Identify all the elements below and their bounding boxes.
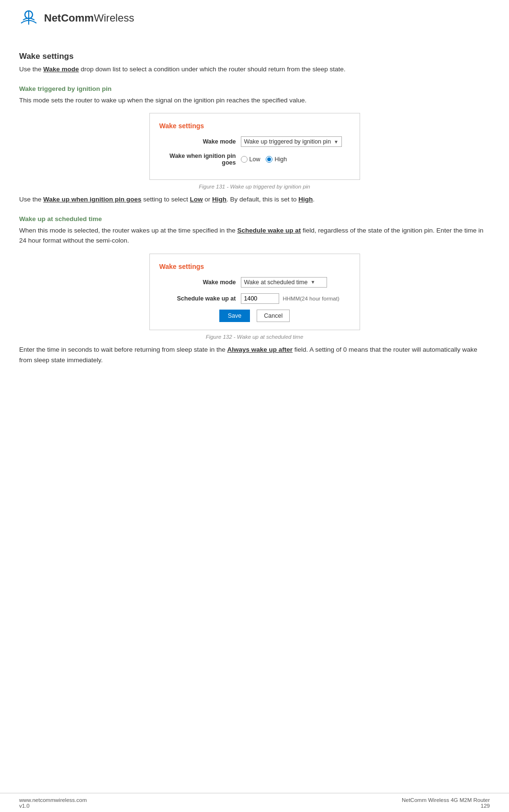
page-title: Wake settings [19,52,490,61]
para3: Enter the time in seconds to wait before… [19,345,490,365]
subsection1-desc: This mode sets the router to wake up whe… [19,95,490,106]
figure1-caption: Figure 131 - Wake up triggered by igniti… [199,184,310,189]
figure1-box: Wake settings Wake mode Wake up triggere… [149,113,360,180]
figure2-schedule-row: Schedule wake up at HHMM(24 hour format) [159,293,350,304]
figure1-wake-mode-label: Wake mode [159,138,236,145]
para3-bold: Always wake up after [227,346,293,353]
para2-suffix: . By default, this is set to [226,196,298,203]
netcomm-logo-icon [19,9,38,28]
wake-mode-term: Wake mode [43,66,79,73]
figure2-caption: Figure 132 - Wake up at scheduled time [206,334,304,340]
figure2-cancel-button[interactable]: Cancel [257,310,290,322]
subsection2-desc: When this mode is selected, the router w… [19,225,490,246]
radio-high[interactable]: High [266,156,287,163]
figure1-radio-group: Low High [241,156,287,163]
footer-left: www.netcommwireless.com v1.0 [19,797,87,809]
para2: Use the Wake up when ignition pin goes s… [19,194,490,205]
figure2-save-button[interactable]: Save [219,310,250,322]
radio-high-circle[interactable] [266,156,272,163]
subsection1-title: Wake triggered by ignition pin [19,85,490,92]
radio-high-label: High [274,156,287,163]
dropdown-arrow-icon: ▼ [334,139,339,145]
para2-default: High [298,196,313,203]
radio-low-label: Low [249,156,260,163]
dropdown-arrow-icon2: ▼ [310,279,315,285]
main-content: Wake settings Use the Wake mode drop dow… [0,33,509,408]
figure2-schedule-hint: HHMM(24 hour format) [283,296,339,301]
subsection2-title: Wake up at scheduled time [19,215,490,222]
logo-brand: NetComm [44,12,94,24]
para2-prefix: Use the [19,196,43,203]
page-footer: www.netcommwireless.com v1.0 NetComm Wir… [0,793,509,812]
figure1-wake-mode-value: Wake up triggered by ignition pin [244,138,331,145]
figure1-title: Wake settings [159,122,350,130]
figure2-container: Wake settings Wake mode Wake at schedule… [19,254,490,340]
footer-right: NetComm Wireless 4G M2M Router 129 [402,797,490,809]
para2-or: or [203,196,213,203]
figure2-box: Wake settings Wake mode Wake at schedule… [149,254,360,330]
para3-prefix: Enter the time in seconds to wait before… [19,346,227,353]
radio-low-circle[interactable] [241,156,248,163]
figure2-title: Wake settings [159,263,350,270]
figure1-pin-row: Wake when ignition pin goes Low High [159,153,350,166]
figure2-wake-mode-row: Wake mode Wake at scheduled time ▼ [159,277,350,288]
para2-end: . [313,196,315,203]
page-header: NetCommWireless [0,0,509,33]
figure2-schedule-input[interactable] [241,293,279,304]
logo-suffix: Wireless [94,12,134,24]
figure1-wake-mode-row: Wake mode Wake up triggered by ignition … [159,136,350,147]
subsection2-desc-prefix: When this mode is selected, the router w… [19,227,238,234]
logo-text: NetCommWireless [44,12,134,24]
figure1-wake-mode-select[interactable]: Wake up triggered by ignition pin ▼ [241,136,342,147]
figure2-schedule-label: Schedule wake up at [159,295,236,302]
figure2-wake-mode-label: Wake mode [159,279,236,286]
subsection2-bold: Schedule wake up at [238,227,301,234]
para2-bold: Wake up when ignition pin goes [43,196,141,203]
figure1-pin-label: Wake when ignition pin goes [159,153,236,166]
main-description: Use the Wake mode drop down list to sele… [19,64,490,75]
para2-high: High [212,196,226,203]
figure2-wake-mode-value: Wake at scheduled time [244,279,308,286]
figure1-container: Wake settings Wake mode Wake up triggere… [19,113,490,189]
main-desc-suffix: drop down list to select a condition und… [79,66,346,73]
radio-low[interactable]: Low [241,156,260,163]
figure2-wake-mode-select[interactable]: Wake at scheduled time ▼ [241,277,327,288]
main-desc-prefix: Use the [19,66,43,73]
figure2-button-row: Save Cancel [159,310,350,322]
para2-middle: setting to select [141,196,190,203]
para2-low: Low [190,196,203,203]
